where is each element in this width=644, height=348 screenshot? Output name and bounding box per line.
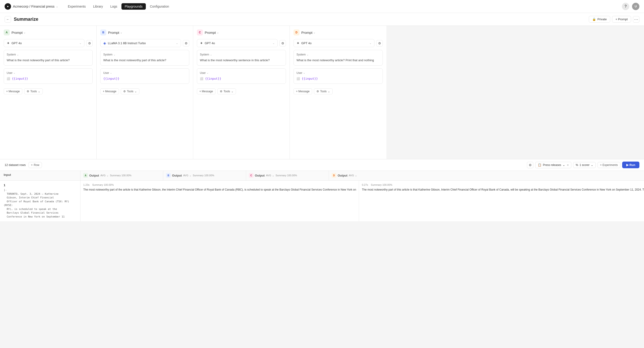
nav-item-experiments[interactable]: Experiments [65,3,89,10]
model-selector-d[interactable]: ✦ GPT 4o ⌄ [294,39,374,47]
prompt-col-a: A Prompt ⌄ ✦ GPT 4o ⌄ ⚙ System ⌄ What is… [0,26,96,159]
prompt-d-actions: + Message ⚙ Tools ⌄ [294,88,383,94]
model-selector-a[interactable]: ✦ GPT 4o ⌄ [4,39,84,47]
prompt-label-b[interactable]: Prompt ⌄ [108,31,122,35]
system-role-chevron-b: ⌄ [114,53,116,56]
col-d-title: Output [338,174,348,177]
model-settings-c[interactable]: ⚙ [280,40,286,47]
row-input-text-1: |- TORONTO, Sept. 3, 2024 – Katherine Gi… [4,188,76,219]
user-role-d[interactable]: User ⌄ [296,71,380,75]
col-b-header: B Output AVG ⌄ Summary 100.00% [163,171,246,180]
col-c-header: C Output AVG ⌄ Summary 100.00% [246,171,329,180]
avg-d-chevron-icon: ⌄ [355,174,357,177]
add-message-c-button[interactable]: + Message [197,88,216,94]
prompt-label-c[interactable]: Prompt ⌄ [205,31,219,35]
tools-c-chevron: ⌄ [231,90,234,93]
add-row-button[interactable]: + Row [28,162,42,168]
model-selector-b[interactable]: ◈ LLaMA 3.1 8B Instruct Turbo ⌄ [100,39,181,47]
filter-button[interactable]: ⚙ [527,162,533,168]
tools-b-button[interactable]: ⚙ Tools ⌄ [121,88,140,94]
add-experiments-button[interactable]: + Experiments [598,162,620,168]
col-c-badge: C [249,173,254,178]
col-d-avg[interactable]: AVG ⌄ [349,174,357,177]
system-role-a[interactable]: System ⌄ [7,53,90,56]
prompt-label-a[interactable]: Prompt ⌄ [12,31,26,35]
nav-items: Experiments Library Logs Playgrounds Con… [65,3,172,10]
nav-item-configuration[interactable]: Configuration [147,3,172,10]
meta-icon-b: ◈ [103,41,106,45]
col-a-summary: Summary 100.00% [110,174,132,177]
back-button[interactable]: ← [4,16,11,23]
system-message-c: System ⌄ What is the most noteworthy sen… [197,50,286,66]
press-releases-tag: 📋 Press releases ⌄ × [535,162,571,168]
system-message-a: System ⌄ What is the most noteworthy par… [4,50,93,66]
tools-c-button[interactable]: ⚙ Tools ⌄ [217,88,236,94]
model-settings-a[interactable]: ⚙ [86,40,93,47]
user-avatar[interactable]: U [632,3,640,10]
avg-c-chevron-icon: ⌄ [272,174,274,177]
user-role-a[interactable]: User ⌄ [7,71,90,75]
prompt-d-chevron-icon: ⌄ [313,31,316,34]
prompt-a-chevron-icon: ⌄ [24,31,26,34]
system-role-chevron-c: ⌄ [210,53,212,56]
col-c-avg[interactable]: AVG ⌄ [266,174,274,177]
help-icon[interactable]: ? [622,3,629,10]
dataset-bar: 12 dataset rows + Row ⚙ 📋 Press releases… [0,159,644,171]
cell-a-meta: 1.23s Summary 100.00% [83,183,356,186]
user-role-b[interactable]: User ⌄ [103,71,186,75]
tools-d-chevron: ⌄ [328,90,330,93]
system-role-chevron-a: ⌄ [17,53,19,56]
nav-item-library[interactable]: Library [90,3,106,10]
prompt-label-d[interactable]: Prompt ⌄ [301,31,316,35]
avg-chevron-icon: ⌄ [106,174,108,177]
add-message-a-button[interactable]: + Message [4,88,22,94]
prompt-col-d: D Prompt ⌄ ✦ GPT 4o ⌄ ⚙ System ⌄ What is… [290,26,386,159]
nav-item-playgrounds[interactable]: Playgrounds [122,3,146,10]
topnav-right: ? U [622,3,640,10]
system-role-c[interactable]: System ⌄ [200,53,283,56]
input-icon-c: ⬜ [200,77,203,80]
page-title: Summarize [14,17,38,22]
model-selector-c[interactable]: ✦ GPT 4o ⌄ [197,39,278,47]
brand-chevron-icon: ⌄ [56,5,58,8]
prompt-b-actions: + Message ⚙ Tools ⌄ [100,88,189,94]
press-releases-label: Press releases [543,163,561,167]
col-c-summary: Summary 100.00% [276,174,297,177]
system-role-d[interactable]: System ⌄ [296,53,380,56]
tools-d-button[interactable]: ⚙ Tools ⌄ [314,88,332,94]
more-options-button[interactable]: ⋯ [633,16,640,23]
private-button[interactable]: 🔒 Private [589,16,610,23]
prompt-a-actions: + Message ⚙ Tools ⌄ [4,88,93,94]
user-role-c[interactable]: User ⌄ [200,71,283,75]
cell-output-a-1: 1.23s Summary 100.00% The most noteworth… [80,181,359,221]
col-a-avg[interactable]: AVG ⌄ [100,174,108,177]
page-header: ← Summarize 🔒 Private + Prompt ⋯ [0,13,644,26]
user-role-chevron-a: ⌄ [13,71,16,74]
prompt-badge-b: B [100,30,106,36]
app-logo: ● [4,3,11,10]
model-settings-d[interactable]: ⚙ [376,40,383,47]
add-message-d-button[interactable]: + Message [294,88,312,94]
prompt-badge-a: A [4,30,10,36]
system-role-b[interactable]: System ⌄ [103,53,186,56]
prompt-header-b: B Prompt ⌄ [100,30,189,36]
tag-chevron-icon: ⌄ [562,163,565,167]
tools-a-button[interactable]: ⚙ Tools ⌄ [24,88,43,94]
scorer-tag[interactable]: % 1 scorer ⌄ [573,162,596,168]
nav-item-logs[interactable]: Logs [107,3,120,10]
model-chevron-c-icon: ⌄ [272,42,274,45]
model-settings-b[interactable]: ⚙ [183,40,189,47]
openai-icon-c: ✦ [200,41,203,45]
system-message-b: System ⌄ What is the most noteworthy par… [100,50,189,66]
tag-close-icon[interactable]: × [567,163,569,167]
add-message-b-button[interactable]: + Message [100,88,119,94]
run-button[interactable]: ▶ Run [622,162,640,168]
brand-selector[interactable]: Acmecorp / Financial press ⌄ [13,4,58,8]
prompt-header-d: D Prompt ⌄ [294,30,383,36]
openai-icon-a: ✦ [7,41,10,45]
prompts-area: A Prompt ⌄ ✦ GPT 4o ⌄ ⚙ System ⌄ What is… [0,26,644,159]
add-prompt-button[interactable]: + Prompt [612,16,631,23]
col-b-avg[interactable]: AVG ⌄ [183,174,191,177]
cell-b-meta: 0.27s Summary 100.00% [362,183,644,186]
results-table-header: Input A Output AVG ⌄ Summary 100.00% B O… [0,171,644,181]
